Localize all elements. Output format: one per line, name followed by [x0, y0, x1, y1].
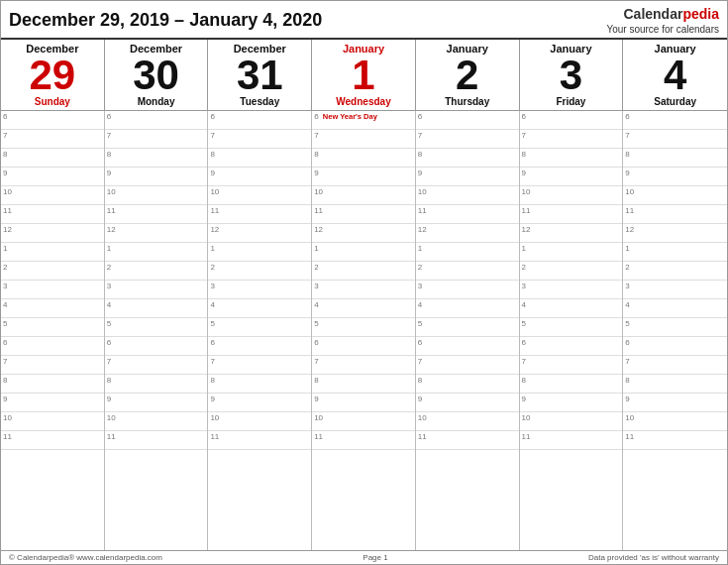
time-slot-d3-s9: 3 — [312, 281, 415, 299]
time-slot-d1-s6: 12 — [105, 224, 208, 243]
slot-number-d2-s12: 6 — [210, 338, 214, 347]
slot-number-d6-s4: 10 — [625, 187, 634, 196]
time-slot-d4-s17: 11 — [416, 431, 519, 450]
slot-number-d1-s0: 6 — [107, 112, 111, 121]
time-slot-d4-s9: 3 — [416, 281, 519, 299]
time-slot-d5-s10: 4 — [520, 299, 623, 318]
time-slot-d6-s14: 8 — [623, 375, 727, 394]
day-header-2: December 31 Tuesday — [208, 40, 312, 110]
slot-number-d0-s2: 8 — [3, 150, 7, 159]
slot-number-d3-s10: 4 — [314, 300, 318, 309]
day-column-4: 67891011121234567891011 — [416, 111, 520, 550]
time-slot-d2-s14: 8 — [208, 375, 311, 394]
day-column-0: 67891011121234567891011 — [1, 111, 105, 550]
time-slot-d3-s4: 10 — [312, 186, 415, 205]
slot-number-d3-s5: 11 — [314, 206, 323, 215]
time-slot-d0-s3: 9 — [1, 168, 104, 186]
slot-number-d3-s9: 3 — [314, 282, 318, 290]
slot-number-d2-s15: 9 — [210, 395, 214, 403]
slot-number-d4-s6: 12 — [418, 225, 427, 234]
slot-number-d0-s3: 9 — [3, 169, 7, 177]
time-slot-d5-s11: 5 — [520, 318, 623, 337]
time-slot-d1-s5: 11 — [105, 205, 208, 224]
slot-number-d5-s1: 7 — [522, 131, 526, 140]
slot-number-d1-s16: 10 — [107, 413, 116, 422]
time-slot-d1-s11: 5 — [105, 318, 208, 337]
time-slot-d4-s10: 4 — [416, 299, 519, 318]
time-slot-d4-s8: 2 — [416, 262, 519, 281]
slot-number-d6-s2: 8 — [625, 150, 629, 159]
slot-number-d5-s5: 11 — [522, 206, 531, 215]
day-header-6: January 4 Saturday — [623, 40, 727, 110]
slot-number-d4-s15: 9 — [418, 395, 422, 403]
time-slot-d3-s14: 8 — [312, 375, 415, 394]
calendar-title: December 29, 2019 – January 4, 2020 — [9, 10, 322, 31]
time-slot-d1-s2: 8 — [105, 149, 208, 168]
time-slot-d6-s11: 5 — [623, 318, 727, 337]
slot-number-d0-s17: 11 — [3, 432, 12, 441]
slot-number-d5-s0: 6 — [522, 112, 526, 121]
slot-number-d5-s17: 11 — [522, 432, 531, 441]
time-slot-d3-s8: 2 — [312, 262, 415, 281]
day-number-2: 31 — [212, 55, 307, 96]
time-slot-d3-s0: 6 New Year's Day — [312, 111, 415, 130]
slot-number-d3-s7: 1 — [314, 244, 318, 253]
time-slot-d4-s1: 7 — [416, 130, 519, 149]
slot-number-d1-s9: 3 — [107, 282, 111, 290]
slot-number-d3-s4: 10 — [314, 187, 323, 196]
slot-number-d4-s5: 11 — [418, 206, 427, 215]
brand-area: Calendarpedia Your source for calendars — [606, 5, 719, 36]
time-slot-d1-s10: 4 — [105, 299, 208, 318]
day-header-4: January 2 Thursday — [416, 40, 520, 110]
time-slot-d1-s13: 7 — [105, 356, 208, 375]
time-slot-d2-s7: 1 — [208, 243, 311, 262]
slot-number-d4-s7: 1 — [418, 244, 422, 253]
time-slot-d0-s0: 6 — [1, 111, 104, 130]
time-slot-d2-s0: 6 — [208, 111, 311, 130]
day-name-0: Sunday — [5, 96, 100, 107]
slot-number-d2-s11: 5 — [210, 319, 214, 328]
slot-number-d1-s7: 1 — [107, 244, 111, 253]
brand-name: Calendarpedia — [606, 5, 719, 23]
time-slot-d3-s3: 9 — [312, 168, 415, 186]
time-slot-d0-s2: 8 — [1, 149, 104, 168]
slot-number-d6-s11: 5 — [625, 319, 629, 328]
time-slot-d6-s15: 9 — [623, 394, 727, 412]
footer-right: Data provided 'as is' without warranty — [588, 553, 719, 562]
slot-number-d5-s15: 9 — [522, 395, 526, 403]
slot-number-d0-s7: 1 — [3, 244, 7, 253]
slot-number-d1-s15: 9 — [107, 395, 111, 403]
day-number-1: 30 — [109, 55, 204, 96]
time-slot-d4-s16: 10 — [416, 412, 519, 431]
footer-left: © Calendarpedia® www.calendarpedia.com — [9, 553, 162, 562]
time-slot-d6-s0: 6 — [623, 111, 727, 130]
day-column-5: 67891011121234567891011 — [520, 111, 624, 550]
day-number-3: 1 — [316, 55, 411, 96]
time-slot-d2-s2: 8 — [208, 149, 311, 168]
slot-number-d6-s17: 11 — [625, 432, 634, 441]
time-slot-d4-s14: 8 — [416, 375, 519, 394]
time-slot-d0-s4: 10 — [1, 186, 104, 205]
slot-number-d5-s14: 8 — [522, 376, 526, 385]
time-slot-d0-s1: 7 — [1, 130, 104, 149]
slot-number-d0-s10: 4 — [3, 300, 7, 309]
slot-number-d3-s14: 8 — [314, 376, 318, 385]
slot-number-d0-s0: 6 — [3, 112, 7, 121]
time-slot-d3-s11: 5 — [312, 318, 415, 337]
time-slot-d6-s13: 7 — [623, 356, 727, 375]
slot-number-d6-s10: 4 — [625, 300, 629, 309]
slot-number-d4-s0: 6 — [418, 112, 422, 121]
slot-number-d0-s12: 6 — [3, 338, 7, 347]
time-slot-d2-s10: 4 — [208, 299, 311, 318]
time-slot-d0-s12: 6 — [1, 337, 104, 356]
day-number-0: 29 — [5, 55, 100, 96]
day-name-6: Saturday — [627, 96, 723, 107]
slot-number-d6-s12: 6 — [625, 338, 629, 347]
time-slot-d4-s12: 6 — [416, 337, 519, 356]
slot-number-d1-s1: 7 — [107, 131, 111, 140]
time-slot-d4-s6: 12 — [416, 224, 519, 243]
time-slot-d3-s12: 6 — [312, 337, 415, 356]
slot-number-d2-s8: 2 — [210, 263, 214, 272]
time-slot-d0-s8: 2 — [1, 262, 104, 281]
time-slot-d0-s15: 9 — [1, 394, 104, 412]
